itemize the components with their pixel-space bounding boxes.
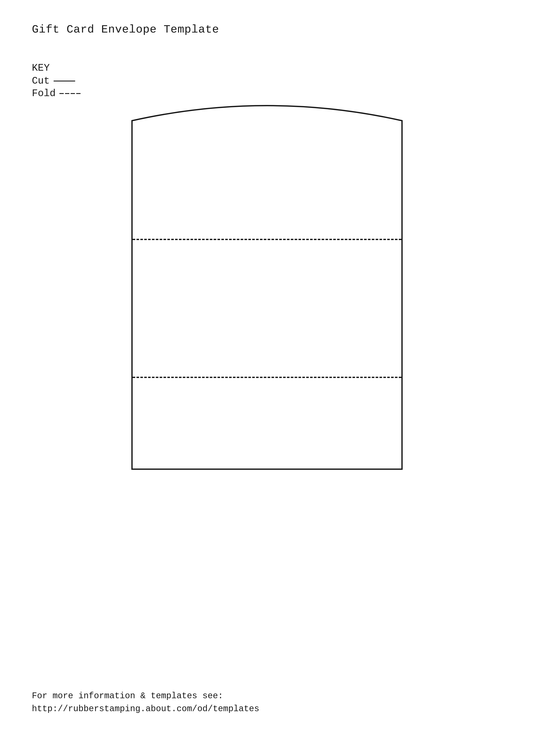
fold-line-lower	[133, 377, 401, 378]
envelope-container	[32, 103, 502, 470]
envelope-body	[131, 135, 403, 470]
fold-dash-3	[71, 93, 75, 94]
key-heading: KEY	[32, 63, 83, 74]
fold-key-row: Fold	[32, 88, 83, 99]
fold-label: Fold	[32, 88, 56, 99]
footer-line2: http://rubberstamping.about.com/od/templ…	[32, 703, 259, 716]
fold-line-upper	[133, 239, 401, 240]
cut-key-row: Cut	[32, 75, 83, 87]
fold-dash-4	[76, 93, 81, 94]
footer-line1: For more information & templates see:	[32, 689, 259, 703]
footer-section: For more information & templates see: ht…	[32, 689, 259, 716]
fold-dash-1	[60, 93, 64, 94]
envelope-top-curve	[131, 103, 403, 138]
page: Gift Card Envelope Template KEY Cut Fold	[0, 0, 534, 756]
page-title: Gift Card Envelope Template	[32, 23, 219, 36]
cut-line-sample	[54, 81, 75, 81]
key-section: KEY Cut Fold	[32, 63, 83, 100]
fold-line-sample	[60, 93, 83, 94]
cut-label: Cut	[32, 75, 50, 87]
fold-dash-2	[65, 93, 69, 94]
envelope-wrapper	[131, 103, 403, 470]
